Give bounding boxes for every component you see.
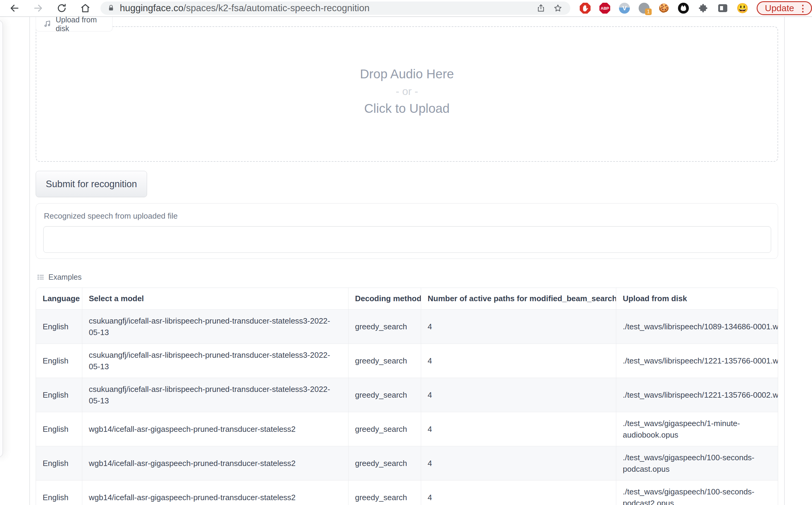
adblock-icon: ✋ [580,3,590,14]
abp-icon: ABP [599,3,610,14]
example-cell[interactable]: 4 [421,481,616,505]
back-icon [9,3,20,13]
bookmark-button[interactable] [553,4,562,13]
reload-button[interactable] [54,1,69,15]
url-text: huggingface.co/spaces/k2-fsa/automatic-s… [120,3,536,14]
audio-dropzone[interactable]: Drop Audio Here - or - Click to Upload [36,26,778,162]
example-row[interactable]: Englishcsukuangfj/icefall-asr-librispeec… [36,378,778,412]
example-cell[interactable]: greedy_search [348,446,421,481]
share-icon [536,4,545,13]
page: Drop Audio Here - or - Click to Upload U… [0,17,812,505]
url-domain: huggingface.co [120,3,183,13]
adblock-extension[interactable]: ✋ [579,2,591,14]
example-cell[interactable]: English [36,446,82,481]
example-cell[interactable]: ./test_wavs/gigaspeech/1-minute- audiobo… [616,412,778,446]
back-button[interactable] [7,1,22,15]
tab-upload-from-disk[interactable]: Upload from disk [36,17,113,31]
example-cell[interactable]: ./test_wavs/gigaspeech/100-seconds- podc… [616,446,778,481]
cookie-extension[interactable]: 🍪 [658,2,670,14]
extensions-menu[interactable] [697,2,709,14]
dropzone-text: Drop Audio Here - or - Click to Upload [36,65,778,117]
left-card-edge [0,20,3,458]
example-cell[interactable]: English [36,412,82,446]
example-row[interactable]: Englishcsukuangfj/icefall-asr-librispeec… [36,310,778,344]
submit-for-recognition-button[interactable]: Submit for recognition [36,171,147,197]
example-cell[interactable]: greedy_search [348,481,421,505]
example-cell[interactable]: csukuangfj/icefall-asr-librispeech-prune… [82,344,348,378]
forward-icon [33,3,43,13]
vimium-extension[interactable]: V [619,2,630,14]
app-content: Drop Audio Here - or - Click to Upload U… [36,17,778,505]
example-cell[interactable]: greedy_search [348,412,421,446]
example-cell[interactable]: 4 [421,378,616,412]
chrome-update-button[interactable]: Update ⋮ [757,1,812,15]
home-icon [80,3,91,14]
example-row[interactable]: Englishwgb14/icefall-asr-gigaspeech-prun… [36,481,778,505]
badged-extension[interactable]: 1 [638,2,650,14]
upload-tab-label: Upload from disk [56,15,112,33]
example-cell[interactable]: ./test_wavs/librispeech/1221-135766-0002… [616,378,778,412]
share-button[interactable] [536,4,545,13]
example-cell[interactable]: English [36,481,82,505]
click-to-upload-text: Click to Upload [36,100,778,117]
extensions-row: ✋ ABP V 1 🍪 😃 [570,2,755,14]
profile-avatar[interactable]: 😃 [737,2,748,14]
example-cell[interactable]: ./test_wavs/librispeech/1221-135766-0001… [616,344,778,378]
example-cell[interactable]: English [36,344,82,378]
recognized-speech-group: Recognized speech from uploaded file [36,203,778,259]
examples-tbody: Englishcsukuangfj/icefall-asr-librispeec… [36,310,778,505]
music-note-icon [43,20,51,28]
sidebar-toggle[interactable] [717,2,728,14]
right-divider [784,17,785,505]
column-header: Number of active paths for modified_beam… [421,288,616,310]
drop-audio-here-text: Drop Audio Here [36,65,778,82]
browser-nav [0,1,101,15]
example-cell[interactable]: csukuangfj/icefall-asr-librispeech-prune… [82,310,348,344]
lock-icon [107,4,115,12]
github-icon [678,3,689,14]
example-cell[interactable]: ./test_wavs/gigaspeech/100-seconds- podc… [616,481,778,505]
example-cell[interactable]: csukuangfj/icefall-asr-librispeech-prune… [82,378,348,412]
column-header: Upload from disk [616,288,778,310]
browser-toolbar: huggingface.co/spaces/k2-fsa/automatic-s… [0,0,812,17]
example-cell[interactable]: wgb14/icefall-asr-gigaspeech-pruned-tran… [82,446,348,481]
smiley-avatar-icon: 😃 [736,3,749,13]
extension-badge: 1 [645,8,652,15]
example-cell[interactable]: English [36,310,82,344]
example-cell[interactable]: greedy_search [348,378,421,412]
url-path: /spaces/k2-fsa/automatic-speech-recognit… [183,3,369,13]
column-header: Language [36,288,82,310]
example-cell[interactable]: greedy_search [348,310,421,344]
or-text: - or - [36,82,778,100]
example-cell[interactable]: greedy_search [348,344,421,378]
example-cell[interactable]: wgb14/icefall-asr-gigaspeech-pruned-tran… [82,481,348,505]
example-cell[interactable]: wgb14/icefall-asr-gigaspeech-pruned-tran… [82,412,348,446]
example-row[interactable]: Englishwgb14/icefall-asr-gigaspeech-prun… [36,412,778,446]
puzzle-icon [698,3,708,13]
adblock-plus-extension[interactable]: ABP [599,2,611,14]
recognized-speech-input[interactable] [43,226,771,253]
example-cell[interactable]: 4 [421,446,616,481]
examples-table: LanguageSelect a modelDecoding methodNum… [36,288,778,505]
example-cell[interactable]: 4 [421,310,616,344]
sidebar-icon [718,4,727,12]
examples-header-row: LanguageSelect a modelDecoding methodNum… [36,288,778,310]
list-icon [37,273,44,281]
example-row[interactable]: Englishcsukuangfj/icefall-asr-librispeec… [36,344,778,378]
column-header: Decoding method [348,288,421,310]
vimium-icon: V [619,3,630,14]
example-cell[interactable]: 4 [421,412,616,446]
example-cell[interactable]: English [36,378,82,412]
home-button[interactable] [78,1,93,15]
example-cell[interactable]: ./test_wavs/librispeech/1089-134686-0001… [616,310,778,344]
cookie-icon: 🍪 [659,4,669,12]
example-row[interactable]: Englishwgb14/icefall-asr-gigaspeech-prun… [36,446,778,481]
recognized-speech-label: Recognized speech from uploaded file [44,211,778,221]
example-cell[interactable]: 4 [421,344,616,378]
examples-header: Examples [37,273,82,282]
forward-button[interactable] [31,1,45,15]
url-bar[interactable]: huggingface.co/spaces/k2-fsa/automatic-s… [101,2,570,15]
left-divider [29,17,30,505]
github-extension[interactable] [678,2,689,14]
star-icon [553,4,562,13]
